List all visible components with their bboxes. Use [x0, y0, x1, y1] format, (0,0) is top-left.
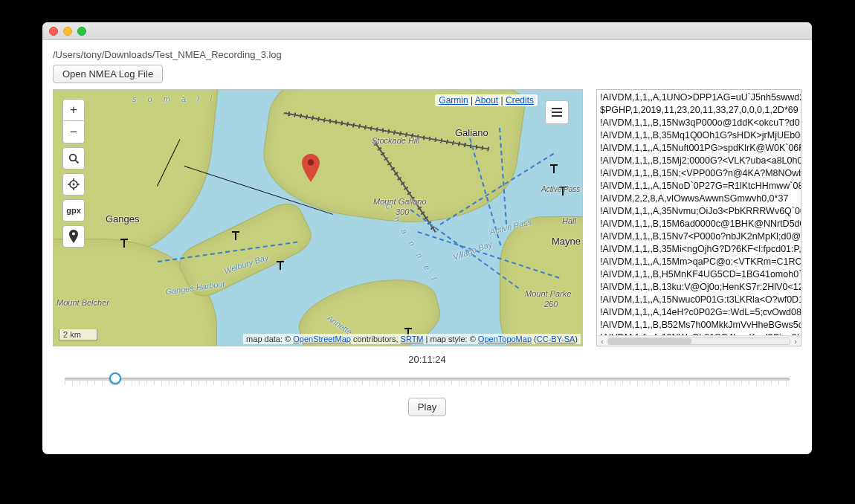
- app-window: /Users/tony/Downloads/Test_NMEA_Recordin…: [42, 22, 812, 454]
- map-canvas[interactable]: s o m a l i Galiano Stockade Hill Mount …: [54, 90, 582, 346]
- attribution-osm-link[interactable]: OpenStreetMap: [293, 335, 351, 343]
- crosshair-icon: [68, 178, 80, 190]
- map-controls: + −: [62, 99, 85, 248]
- playback-time-label: 20:11:24: [53, 354, 801, 365]
- attribution-license-link[interactable]: CC-BY-SA: [537, 335, 575, 343]
- map-links: Garmin | About | Credits: [435, 94, 538, 106]
- map-label: Mount Belcher: [57, 298, 109, 307]
- map-view[interactable]: s o m a l i Galiano Stockade Hill Mount …: [53, 89, 583, 346]
- svg-point-4: [69, 154, 76, 161]
- titlebar[interactable]: [42, 22, 812, 40]
- svg-rect-1: [552, 108, 562, 109]
- map-label-ganges: Ganges: [106, 213, 140, 224]
- content-area: /Users/tony/Downloads/Test_NMEA_Recordin…: [42, 40, 812, 454]
- log-text-area[interactable]: !AIVDM,1,1,,A,1UNO>DPP1AG=uU`J5nh5swwd2 …: [597, 90, 801, 335]
- map-locate-button[interactable]: [62, 173, 85, 196]
- lighthouse-icon: [550, 164, 558, 175]
- svg-point-12: [72, 233, 75, 236]
- map-layers-button[interactable]: [545, 100, 569, 124]
- attribution-srtm-link[interactable]: SRTM: [401, 335, 424, 343]
- map-label-galiano: Galiano: [455, 127, 488, 138]
- search-icon: [68, 153, 80, 164]
- toolbar: Open NMEA Log File: [53, 65, 801, 83]
- svg-rect-3: [552, 115, 562, 117]
- map-attribution: map data: © OpenStreetMap contributors, …: [243, 334, 581, 344]
- map-link-about[interactable]: About: [475, 95, 498, 106]
- map-label: s o m a l i: [132, 94, 216, 103]
- slider-thumb[interactable]: [109, 372, 121, 384]
- map-link-garmin[interactable]: Garmin: [439, 95, 468, 106]
- open-nmea-log-button[interactable]: Open NMEA Log File: [53, 65, 163, 83]
- slider-ticks: [65, 381, 790, 385]
- lighthouse-icon: [120, 239, 128, 249]
- menu-icon: [552, 108, 562, 117]
- map-label: Mount Parke: [525, 289, 571, 298]
- map-label: Mount Galiano: [373, 197, 427, 206]
- map-link-credits[interactable]: Credits: [506, 95, 534, 106]
- position-marker-icon: [302, 154, 320, 182]
- scroll-left-icon[interactable]: ‹: [597, 337, 607, 346]
- map-search-button[interactable]: [62, 147, 85, 169]
- log-horizontal-scrollbar[interactable]: ‹ ›: [597, 335, 801, 346]
- play-button[interactable]: Play: [408, 398, 446, 416]
- map-scale-bar: 2 km: [59, 329, 97, 340]
- window-close-button[interactable]: [49, 27, 58, 36]
- map-marker-tool-button[interactable]: [62, 225, 85, 248]
- zoom-out-button[interactable]: −: [62, 121, 85, 143]
- svg-line-5: [75, 160, 78, 163]
- window-zoom-button[interactable]: [77, 27, 86, 36]
- map-label: Stockade Hill: [372, 136, 419, 145]
- svg-rect-2: [552, 112, 562, 113]
- zoom-in-button[interactable]: +: [62, 99, 85, 121]
- scroll-right-icon[interactable]: ›: [790, 337, 801, 346]
- lighthouse-icon: [232, 231, 239, 242]
- attribution-otm-link[interactable]: OpenTopoMap: [478, 335, 532, 343]
- map-label: Hall: [562, 216, 576, 225]
- lighthouse-icon: [277, 261, 284, 271]
- file-path-label: /Users/tony/Downloads/Test_NMEA_Recordin…: [53, 49, 801, 60]
- map-label-mayne: Mayne: [552, 236, 581, 247]
- main-row: s o m a l i Galiano Stockade Hill Mount …: [53, 89, 801, 346]
- window-minimize-button[interactable]: [63, 27, 72, 36]
- map-label: Active Pass Lighthouse: [541, 185, 583, 193]
- svg-point-7: [73, 184, 75, 186]
- scroll-thumb[interactable]: [608, 338, 691, 344]
- log-panel: !AIVDM,1,1,,A,1UNO>DPP1AG=uU`J5nh5swwd2 …: [596, 89, 801, 346]
- playback-slider[interactable]: [65, 371, 790, 386]
- scroll-track[interactable]: [607, 337, 790, 345]
- svg-point-0: [308, 159, 314, 165]
- map-gpx-button[interactable]: gpx: [62, 199, 85, 222]
- marker-icon: [69, 230, 78, 243]
- map-label: 260: [544, 300, 558, 308]
